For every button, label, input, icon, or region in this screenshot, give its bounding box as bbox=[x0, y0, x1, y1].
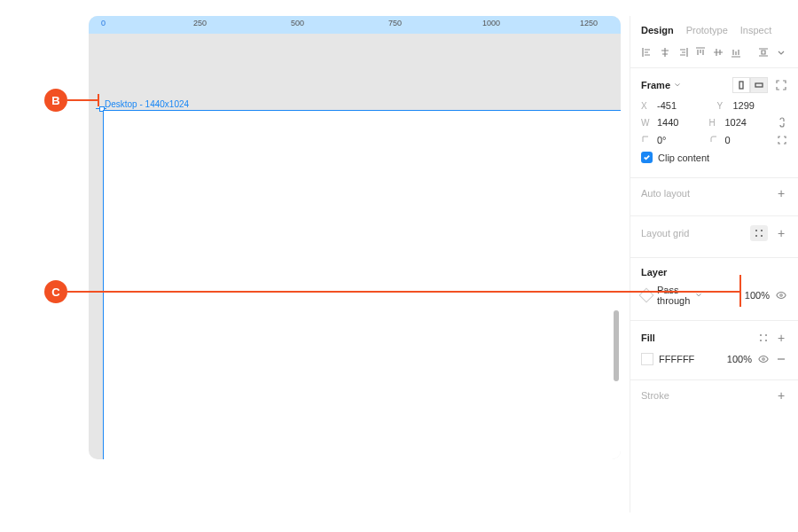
frame-title-label: Frame bbox=[641, 80, 670, 90]
tab-inspect[interactable]: Inspect bbox=[740, 25, 771, 35]
svg-point-11 bbox=[763, 358, 765, 361]
ruler-tick: 1250 bbox=[580, 19, 598, 27]
svg-point-9 bbox=[760, 340, 762, 341]
svg-point-3 bbox=[761, 230, 763, 231]
svg-point-10 bbox=[765, 340, 767, 341]
add-auto-layout-button[interactable]: + bbox=[775, 187, 787, 200]
alignment-row bbox=[630, 43, 798, 67]
layer-title: Layer bbox=[641, 267, 667, 278]
rotation-icon bbox=[641, 135, 652, 145]
inspector-panel: Design Prototype Inspect Frame bbox=[630, 16, 798, 512]
canvas-area[interactable]: 0 250 500 750 1000 1250 Desktop - 1440x1… bbox=[89, 16, 621, 459]
align-left-icon[interactable] bbox=[641, 46, 653, 59]
y-value[interactable]: 1299 bbox=[733, 100, 788, 111]
landscape-button[interactable] bbox=[750, 77, 768, 93]
h-label: H bbox=[709, 118, 720, 128]
resize-to-fit-icon[interactable] bbox=[775, 79, 787, 91]
remove-fill-button[interactable] bbox=[775, 353, 787, 365]
ruler-tick: 1000 bbox=[482, 19, 500, 27]
fill-section: Fill + FFFFFF 100% bbox=[630, 321, 798, 379]
h-value[interactable]: 1024 bbox=[725, 117, 772, 128]
align-right-icon[interactable] bbox=[677, 46, 689, 59]
x-label: X bbox=[641, 101, 652, 111]
panel-tabs: Design Prototype Inspect bbox=[630, 16, 798, 43]
add-layout-grid-button[interactable]: + bbox=[775, 227, 787, 239]
radius-value[interactable]: 0 bbox=[725, 135, 772, 145]
callout-badge-c: C bbox=[44, 280, 67, 303]
layer-opacity-value[interactable]: 100% bbox=[745, 290, 770, 301]
fill-styles-icon[interactable] bbox=[759, 330, 768, 346]
callout-line bbox=[67, 291, 741, 293]
svg-point-7 bbox=[760, 334, 762, 336]
svg-point-2 bbox=[755, 230, 757, 231]
w-label: W bbox=[641, 118, 652, 128]
frame-title[interactable]: Frame bbox=[641, 80, 681, 90]
ruler-tick: 750 bbox=[388, 19, 402, 27]
corner-radius-icon bbox=[709, 135, 720, 145]
ruler-tick: 500 bbox=[291, 19, 304, 27]
callout-line bbox=[739, 275, 741, 307]
clip-content-label: Clip content bbox=[658, 153, 709, 163]
ruler-tick: 250 bbox=[193, 19, 207, 27]
fill-title: Fill bbox=[641, 332, 655, 343]
layout-grid-styles-button[interactable] bbox=[750, 225, 768, 241]
stroke-section: Stroke + bbox=[630, 380, 798, 418]
x-value[interactable]: -451 bbox=[657, 100, 712, 111]
w-value[interactable]: 1440 bbox=[657, 117, 704, 128]
frame-section: Frame X-451 Y1299 W1440 H1024 bbox=[630, 68, 798, 177]
fill-opacity-value[interactable]: 100% bbox=[727, 354, 752, 364]
svg-rect-1 bbox=[755, 83, 763, 87]
layout-grid-title: Layout grid bbox=[641, 228, 689, 239]
align-top-icon[interactable] bbox=[694, 46, 707, 59]
rotation-value[interactable]: 0° bbox=[657, 135, 704, 145]
layout-grid-section: Layout grid + bbox=[630, 216, 798, 257]
frame-rect[interactable] bbox=[103, 110, 621, 459]
svg-point-4 bbox=[755, 235, 757, 237]
constrain-proportions-icon[interactable] bbox=[777, 116, 787, 129]
callout-tick bbox=[98, 94, 99, 106]
svg-rect-0 bbox=[739, 82, 743, 89]
horizontal-ruler: 0 250 500 750 1000 1250 bbox=[89, 16, 621, 34]
auto-layout-section: Auto layout + bbox=[630, 178, 798, 215]
y-label: Y bbox=[717, 101, 728, 111]
portrait-button[interactable] bbox=[732, 77, 750, 93]
fill-hex-value[interactable]: FFFFFF bbox=[659, 354, 694, 364]
chevron-down-icon[interactable] bbox=[695, 292, 702, 299]
visibility-eye-icon[interactable] bbox=[775, 289, 787, 301]
callout-line bbox=[67, 99, 99, 101]
align-bottom-icon[interactable] bbox=[730, 46, 742, 59]
frame-name-label[interactable]: Desktop - 1440x1024 bbox=[105, 99, 189, 109]
auto-layout-title: Auto layout bbox=[641, 188, 690, 199]
stroke-title: Stroke bbox=[641, 390, 669, 401]
svg-point-8 bbox=[765, 334, 767, 336]
align-hcenter-icon[interactable] bbox=[659, 46, 671, 59]
more-align-icon[interactable] bbox=[775, 46, 787, 59]
tab-prototype[interactable]: Prototype bbox=[686, 25, 728, 35]
independent-corners-icon[interactable] bbox=[777, 134, 787, 146]
canvas-scrollbar[interactable] bbox=[614, 310, 619, 381]
callout-badge-b: B bbox=[44, 89, 67, 112]
distribute-icon[interactable] bbox=[757, 46, 770, 59]
clip-content-checkbox[interactable] bbox=[641, 152, 653, 163]
ruler-tick-0: 0 bbox=[101, 19, 106, 27]
fill-visibility-icon[interactable] bbox=[757, 353, 770, 365]
tab-design[interactable]: Design bbox=[641, 25, 674, 35]
svg-point-6 bbox=[780, 294, 783, 297]
orientation-toggle bbox=[732, 77, 768, 93]
add-stroke-button[interactable]: + bbox=[775, 389, 787, 402]
fill-color-swatch[interactable] bbox=[641, 353, 653, 365]
layer-section: Layer Pass through 100% bbox=[630, 258, 798, 320]
chevron-down-icon bbox=[674, 82, 681, 89]
align-vcenter-icon[interactable] bbox=[712, 46, 724, 59]
blend-mode-value[interactable]: Pass through bbox=[657, 285, 690, 306]
add-fill-button[interactable]: + bbox=[775, 332, 787, 344]
svg-point-5 bbox=[761, 235, 763, 237]
